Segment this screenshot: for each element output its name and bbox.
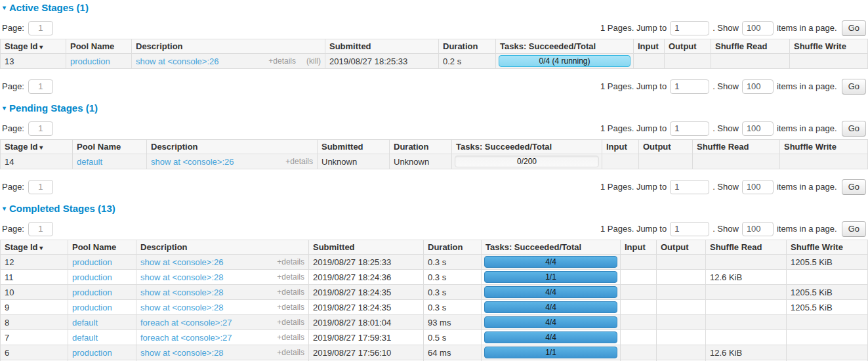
go-button[interactable]: Go — [842, 20, 866, 36]
go-button[interactable]: Go — [842, 179, 866, 195]
column-header-input[interactable]: Input — [621, 240, 657, 255]
section-header-active-stages[interactable]: ▾ Active Stages (1) — [3, 2, 868, 13]
details-toggle-link[interactable]: +details — [277, 257, 304, 266]
description-link[interactable]: show at <console>:26 — [136, 56, 258, 66]
description-link[interactable]: show at <console>:28 — [140, 272, 266, 282]
pages-count-text: 1 Pages. Jump to — [600, 182, 667, 192]
column-header-pool-name[interactable]: Pool Name — [73, 140, 147, 154]
column-header-description[interactable]: Description — [136, 240, 309, 255]
column-header-duration[interactable]: Duration — [439, 39, 496, 54]
table-header-row: Stage Id ▾Pool NameDescriptionSubmittedD… — [1, 140, 868, 154]
details-toggle-link[interactable]: +details — [277, 333, 304, 342]
show-items-input[interactable] — [742, 222, 774, 236]
column-header-shuffle-read[interactable]: Shuffle Read — [706, 240, 787, 255]
section-header-completed-stages[interactable]: ▾ Completed Stages (13) — [3, 203, 868, 214]
column-header-submitted[interactable]: Submitted — [318, 140, 390, 154]
go-button[interactable]: Go — [842, 79, 866, 95]
column-header-pool-name[interactable]: Pool Name — [68, 240, 136, 255]
column-header-stage-id[interactable]: Stage Id ▾ — [1, 140, 73, 154]
output-cell — [657, 300, 706, 315]
column-header-submitted[interactable]: Submitted — [325, 39, 439, 54]
column-header-tasks-succeeded-total[interactable]: Tasks: Succeeded/Total — [452, 140, 602, 154]
pool-name-link[interactable]: default — [72, 333, 98, 343]
pool-name-link[interactable]: production — [72, 272, 112, 282]
page-label: Page: — [2, 23, 24, 33]
show-items-input[interactable] — [742, 180, 774, 194]
column-header-pool-name[interactable]: Pool Name — [66, 39, 132, 54]
collapse-arrow-icon: ▾ — [3, 104, 6, 112]
section-header-pending-stages[interactable]: ▾ Pending Stages (1) — [3, 102, 868, 114]
description-link[interactable]: foreach at <console>:27 — [140, 318, 266, 328]
description-link[interactable]: show at <console>:28 — [140, 287, 266, 297]
task-progress-bar: 4/4 — [484, 256, 617, 268]
duration-cell: 0.5 s — [424, 330, 482, 345]
column-header-stage-id[interactable]: Stage Id ▾ — [1, 240, 68, 255]
jump-to-input[interactable] — [670, 79, 709, 94]
description-wrap: show at <console>:28+details — [140, 287, 304, 297]
details-toggle-link[interactable]: +details — [277, 287, 304, 297]
page-number-input[interactable] — [28, 222, 53, 236]
details-toggle-link[interactable]: +details — [268, 56, 296, 66]
details-toggle-link[interactable]: +details — [277, 272, 304, 282]
description-link[interactable]: show at <console>:28 — [140, 303, 266, 312]
column-header-stage-id[interactable]: Stage Id ▾ — [1, 39, 66, 54]
details-toggle-link[interactable]: +details — [277, 348, 304, 357]
page-number-input[interactable] — [28, 180, 53, 194]
items-per-page-text: items in a page. — [777, 23, 837, 33]
description-link[interactable]: foreach at <console>:27 — [140, 333, 266, 343]
jump-to-input[interactable] — [670, 21, 709, 35]
column-header-tasks-succeeded-total[interactable]: Tasks: Succeeded/Total — [482, 240, 621, 255]
column-header-description[interactable]: Description — [132, 39, 325, 54]
column-header-input[interactable]: Input — [602, 140, 639, 154]
column-header-tasks-succeeded-total[interactable]: Tasks: Succeeded/Total — [496, 39, 634, 54]
page-number-input[interactable] — [28, 21, 53, 35]
shuffle-write-cell — [787, 270, 868, 285]
show-items-input[interactable] — [742, 79, 774, 94]
column-header-shuffle-write[interactable]: Shuffle Write — [787, 240, 868, 255]
show-items-input[interactable] — [742, 121, 774, 136]
column-header-output[interactable]: Output — [665, 39, 711, 54]
pool-name-link[interactable]: production — [72, 303, 112, 312]
column-header-duration[interactable]: Duration — [390, 140, 452, 154]
page-number-input[interactable] — [28, 121, 53, 136]
column-header-output[interactable]: Output — [657, 240, 706, 255]
show-items-input[interactable] — [742, 21, 774, 35]
column-header-shuffle-write[interactable]: Shuffle Write — [790, 39, 868, 54]
pool-name-link[interactable]: production — [72, 348, 112, 358]
pool-name-link[interactable]: production — [72, 287, 112, 297]
column-header-output[interactable]: Output — [639, 140, 693, 154]
details-toggle-link[interactable]: +details — [285, 157, 313, 166]
input-cell — [634, 54, 665, 69]
column-header-input[interactable]: Input — [634, 39, 665, 54]
jump-to-input[interactable] — [670, 121, 709, 136]
shuffle-read-cell — [706, 315, 787, 330]
description-wrap: foreach at <console>:27+details — [140, 318, 304, 328]
page-number-input[interactable] — [28, 79, 53, 94]
jump-to-input[interactable] — [670, 180, 709, 194]
pool-name-link[interactable]: production — [72, 257, 112, 267]
column-header-duration[interactable]: Duration — [424, 240, 482, 255]
column-header-description[interactable]: Description — [147, 140, 318, 154]
column-header-shuffle-write[interactable]: Shuffle Write — [780, 140, 868, 154]
submitted-cell: 2019/08/27 18:24:35 — [309, 285, 424, 300]
pool-name-link[interactable]: default — [77, 157, 102, 167]
kill-link[interactable]: (kill) — [306, 56, 321, 66]
description-link[interactable]: show at <console>:28 — [140, 348, 266, 358]
column-header-shuffle-read[interactable]: Shuffle Read — [693, 140, 780, 154]
pool-name-link[interactable]: default — [72, 318, 98, 328]
description-link[interactable]: show at <console>:26 — [151, 157, 275, 167]
task-progress-label: 0/4 (4 running) — [499, 56, 630, 66]
details-toggle-link[interactable]: +details — [277, 303, 304, 312]
submitted-cell: 2019/08/27 18:24:36 — [309, 270, 424, 285]
pool-name-link[interactable]: production — [70, 56, 110, 66]
stage-row: 12productionshow at <console>:26+details… — [1, 255, 868, 270]
input-cell — [602, 154, 639, 169]
go-button[interactable]: Go — [842, 221, 866, 237]
column-header-submitted[interactable]: Submitted — [309, 240, 424, 255]
description-link[interactable]: show at <console>:26 — [140, 257, 266, 267]
go-button[interactable]: Go — [842, 121, 866, 137]
jump-to-input[interactable] — [670, 222, 709, 236]
column-header-shuffle-read[interactable]: Shuffle Read — [711, 39, 790, 54]
details-toggle-link[interactable]: +details — [277, 318, 304, 327]
stage-id-cell: 8 — [1, 315, 68, 330]
